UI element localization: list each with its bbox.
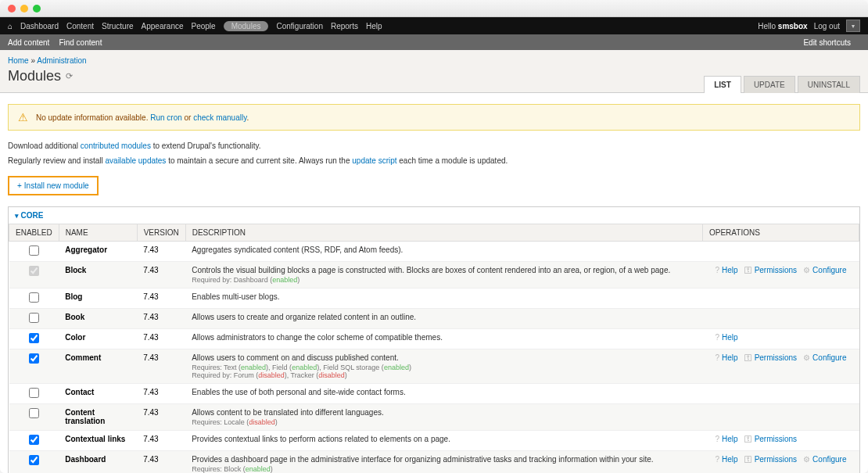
module-description: Enables the use of both personal and sit… bbox=[185, 384, 702, 404]
module-operations bbox=[703, 242, 859, 262]
toolbar-item-configuration[interactable]: Configuration bbox=[276, 22, 322, 30]
toolbar-dropdown[interactable]: ▾ bbox=[846, 20, 860, 32]
permissions-icon: ⚿ bbox=[744, 455, 752, 464]
enable-checkbox[interactable] bbox=[29, 388, 39, 398]
module-name: Block bbox=[59, 262, 137, 288]
module-name: Contact bbox=[59, 384, 137, 404]
update-alert: ⚠ No update information available. Run c… bbox=[8, 104, 860, 131]
contributed-modules-link[interactable]: contributed modules bbox=[81, 142, 151, 150]
table-row: Contextual links7.43Provides contextual … bbox=[9, 431, 859, 451]
logout-link[interactable]: Log out bbox=[814, 22, 840, 30]
module-description: Allows users to comment on and discuss p… bbox=[185, 349, 702, 384]
table-row: Aggregator7.43Aggregates syndicated cont… bbox=[9, 242, 859, 262]
edit-shortcuts-link[interactable]: Edit shortcuts bbox=[803, 38, 851, 47]
module-name: Comment bbox=[59, 349, 137, 384]
enable-checkbox[interactable] bbox=[29, 333, 39, 343]
shortcut-add-content[interactable]: Add content bbox=[8, 38, 49, 47]
enable-checkbox[interactable] bbox=[29, 292, 39, 303]
module-operations bbox=[703, 309, 859, 329]
maximize-icon[interactable] bbox=[33, 5, 41, 13]
tab-uninstall[interactable]: UNINSTALL bbox=[798, 76, 860, 93]
module-operations: ?Help bbox=[703, 329, 859, 349]
fieldset-core-toggle[interactable]: CORE bbox=[9, 207, 859, 224]
close-icon[interactable] bbox=[8, 5, 16, 13]
help-link[interactable]: ?Help bbox=[716, 353, 738, 362]
module-version: 7.43 bbox=[137, 404, 185, 431]
module-version: 7.43 bbox=[137, 288, 185, 309]
help-icon: ? bbox=[716, 266, 720, 274]
breadcrumb: Home » Administration bbox=[8, 56, 860, 65]
toolbar-item-structure[interactable]: Structure bbox=[102, 22, 134, 30]
configure-icon: ⚙ bbox=[803, 353, 810, 362]
enable-checkbox[interactable] bbox=[29, 266, 39, 276]
col-enabled: ENABLED bbox=[9, 224, 59, 242]
module-name: Color bbox=[59, 329, 137, 349]
module-name: Blog bbox=[59, 288, 137, 309]
col-name: NAME bbox=[59, 224, 137, 242]
refresh-icon[interactable]: ⟳ bbox=[66, 71, 73, 81]
shortcut-find-content[interactable]: Find content bbox=[59, 38, 102, 47]
help-icon: ? bbox=[716, 333, 720, 342]
toolbar-item-dashboard[interactable]: Dashboard bbox=[20, 22, 59, 30]
enable-checkbox[interactable] bbox=[29, 455, 39, 465]
toolbar-item-appearance[interactable]: Appearance bbox=[142, 22, 184, 30]
help-icon: ? bbox=[716, 435, 720, 443]
module-operations: ?Help⚿Permissions⚙Configure bbox=[703, 349, 859, 384]
help-link[interactable]: ?Help bbox=[716, 266, 738, 274]
tab-update[interactable]: UPDATE bbox=[744, 76, 795, 93]
permissions-link[interactable]: ⚿Permissions bbox=[744, 435, 797, 443]
configure-link[interactable]: ⚙Configure bbox=[803, 353, 846, 362]
enable-checkbox[interactable] bbox=[29, 313, 39, 323]
configure-icon: ⚙ bbox=[803, 266, 810, 274]
configure-link[interactable]: ⚙Configure bbox=[803, 455, 846, 464]
table-row: Block7.43Controls the visual building bl… bbox=[9, 262, 859, 288]
module-name: Book bbox=[59, 309, 137, 329]
available-updates-link[interactable]: available updates bbox=[106, 156, 167, 165]
breadcrumb-home[interactable]: Home bbox=[8, 56, 29, 65]
module-operations: ?Help⚿Permissions⚙Configure bbox=[703, 451, 859, 474]
module-description: Aggregates syndicated content (RSS, RDF,… bbox=[185, 242, 702, 262]
help-link[interactable]: ?Help bbox=[716, 333, 738, 342]
permissions-icon: ⚿ bbox=[744, 435, 752, 443]
module-name: Aggregator bbox=[59, 242, 137, 262]
module-description: Provides a dashboard page in the adminis… bbox=[185, 451, 702, 474]
toolbar-item-modules[interactable]: Modules bbox=[224, 21, 269, 31]
intro-text-1: Download additional contributed modules … bbox=[8, 142, 860, 150]
permissions-link[interactable]: ⚿Permissions bbox=[744, 455, 797, 464]
install-new-module-button[interactable]: +Install new module bbox=[8, 176, 99, 195]
enable-checkbox[interactable] bbox=[29, 353, 39, 364]
module-description: Allows content to be translated into dif… bbox=[185, 404, 702, 431]
admin-toolbar: ⌂ DashboardContentStructureAppearancePeo… bbox=[0, 17, 868, 34]
enable-checkbox[interactable] bbox=[29, 408, 39, 418]
module-operations: ?Help⚿Permissions⚙Configure bbox=[703, 262, 859, 288]
permissions-link[interactable]: ⚿Permissions bbox=[744, 353, 797, 362]
run-cron-link[interactable]: Run cron bbox=[150, 113, 182, 122]
permissions-link[interactable]: ⚿Permissions bbox=[744, 266, 797, 274]
help-link[interactable]: ?Help bbox=[716, 435, 738, 443]
breadcrumb-admin[interactable]: Administration bbox=[37, 56, 86, 65]
toolbar-item-people[interactable]: People bbox=[192, 22, 216, 30]
help-link[interactable]: ?Help bbox=[716, 455, 738, 464]
page-header: Home » Administration Modules ⟳ LIST UPD… bbox=[0, 50, 868, 93]
module-version: 7.43 bbox=[137, 262, 185, 288]
configure-icon: ⚙ bbox=[803, 455, 810, 464]
module-name: Content translation bbox=[59, 404, 137, 431]
enable-checkbox[interactable] bbox=[29, 435, 39, 445]
toolbar-item-help[interactable]: Help bbox=[366, 22, 382, 30]
toolbar-item-reports[interactable]: Reports bbox=[331, 22, 358, 30]
shortcut-bar: Add content Find content Edit shortcuts bbox=[0, 34, 868, 50]
toolbar-item-content[interactable]: Content bbox=[66, 22, 94, 30]
intro-text-2: Regularly review and install available u… bbox=[8, 156, 860, 165]
tab-list[interactable]: LIST bbox=[704, 76, 741, 93]
minimize-icon[interactable] bbox=[20, 5, 28, 13]
window-titlebar bbox=[0, 0, 868, 17]
configure-link[interactable]: ⚙Configure bbox=[803, 266, 846, 274]
update-script-link[interactable]: update script bbox=[352, 156, 396, 165]
hello-text: Hello smsbox bbox=[758, 22, 807, 30]
check-manually-link[interactable]: check manually bbox=[193, 113, 246, 122]
home-icon[interactable]: ⌂ bbox=[8, 22, 13, 30]
col-operations: OPERATIONS bbox=[703, 224, 859, 242]
col-description: DESCRIPTION bbox=[185, 224, 702, 242]
enable-checkbox[interactable] bbox=[29, 245, 39, 256]
plus-icon: + bbox=[17, 181, 22, 190]
